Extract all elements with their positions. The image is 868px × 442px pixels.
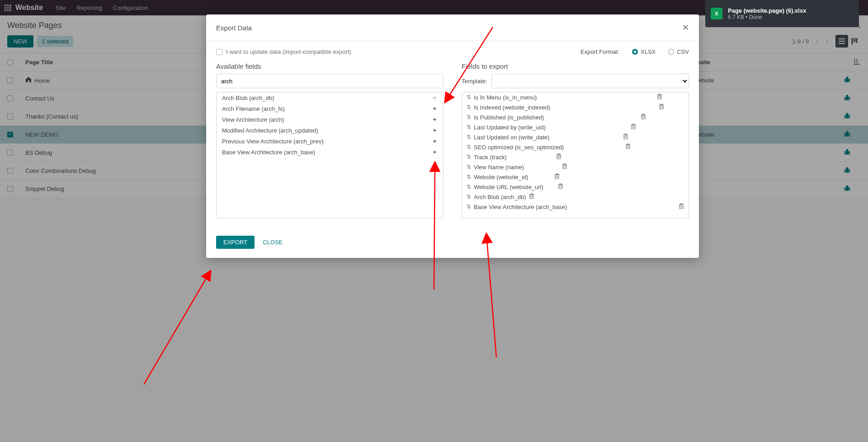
remove-field-icon[interactable] [556, 153, 561, 161]
add-field-icon[interactable]: ＋ [432, 115, 438, 124]
field-label: Last Updated on (write_date) [474, 134, 550, 141]
field-label: Arch Blob (arch_db) [222, 95, 274, 101]
remove-field-icon[interactable] [529, 193, 534, 200]
svg-rect-132 [531, 194, 533, 195]
available-field-item[interactable]: Arch Blob (arch_db)＋ [217, 92, 443, 103]
drag-handle-icon[interactable]: ⇅ [467, 134, 471, 140]
export-field-item[interactable]: ⇅Last Updated by (write_uid) [462, 122, 689, 132]
export-field-item[interactable]: ⇅Website URL (website_url) [462, 182, 689, 192]
add-field-icon[interactable]: ＋ [432, 94, 438, 102]
available-field-item[interactable]: Base View Architecture (arch_base)＋ [217, 147, 443, 157]
drag-handle-icon[interactable]: ⇅ [467, 164, 471, 170]
drag-handle-icon[interactable]: ⇅ [467, 144, 471, 150]
svg-rect-88 [642, 115, 645, 119]
field-label: SEO optimized (is_seo_optimized) [474, 144, 564, 151]
remove-field-icon[interactable] [558, 183, 563, 190]
export-field-item[interactable]: ⇅Arch Blob (arch_db) [462, 192, 689, 202]
format-csv-radio[interactable]: CSV [668, 48, 689, 55]
remove-field-icon[interactable] [631, 124, 636, 131]
svg-rect-117 [564, 164, 566, 165]
template-select[interactable] [491, 74, 689, 88]
available-field-item[interactable]: Previous View Architecture (arch_prev)＋ [217, 136, 443, 147]
svg-rect-113 [563, 165, 566, 169]
export-fields-list: ⇅Is In Menu (is_in_menu)⇅Is Indexed (web… [462, 92, 689, 219]
available-fields-title: Available fields [216, 62, 443, 70]
field-label: Arch Blob (arch_db) [474, 194, 526, 200]
drag-handle-icon[interactable]: ⇅ [467, 184, 471, 190]
fields-filter-input[interactable] [216, 74, 443, 88]
field-label: Base View Architecture (arch_base) [222, 149, 315, 156]
svg-rect-98 [624, 135, 627, 139]
dialog-title: Export Data [216, 24, 252, 32]
download-filename: Page (website.page) (6).xlsx [728, 7, 806, 14]
svg-rect-92 [642, 114, 644, 115]
svg-rect-128 [530, 195, 533, 199]
remove-field-icon[interactable] [562, 163, 567, 171]
svg-rect-133 [679, 204, 683, 209]
drag-handle-icon[interactable]: ⇅ [467, 94, 471, 100]
svg-rect-127 [560, 184, 561, 185]
svg-rect-93 [632, 125, 635, 129]
field-label: View Name (name) [474, 164, 524, 171]
field-label: Previous View Architecture (arch_prev) [222, 138, 323, 145]
available-fields-list: Arch Blob (arch_db)＋Arch Filename (arch_… [216, 92, 443, 219]
field-label: Arch Filename (arch_fs) [222, 105, 285, 112]
svg-rect-102 [625, 134, 627, 135]
radio-checked-icon [632, 49, 638, 55]
remove-field-icon[interactable] [625, 143, 631, 151]
drag-handle-icon[interactable]: ⇅ [467, 124, 471, 130]
export-format-label: Export Format: [580, 48, 619, 55]
add-field-icon[interactable]: ＋ [432, 105, 438, 113]
svg-rect-97 [632, 124, 634, 125]
add-field-icon[interactable]: ＋ [432, 126, 438, 134]
export-field-item[interactable]: ⇅Track (track) [462, 152, 689, 162]
export-field-item[interactable]: ⇅Is In Menu (is_in_menu) [462, 92, 689, 102]
remove-field-icon[interactable] [641, 114, 646, 121]
import-compat-checkbox[interactable]: I want to update data (import-compatible… [216, 48, 351, 55]
available-field-item[interactable]: Modified Architecture (arch_updated)＋ [217, 125, 443, 136]
field-label: Website URL (website_url) [474, 184, 543, 190]
export-field-item[interactable]: ⇅Base View Architecture (arch_base) [462, 202, 689, 212]
field-label: Track (track) [474, 154, 506, 161]
drag-handle-icon[interactable]: ⇅ [467, 154, 471, 160]
field-label: Last Updated by (write_uid) [474, 124, 546, 131]
export-field-item[interactable]: ⇅SEO optimized (is_seo_optimized) [462, 142, 689, 152]
checkbox-icon [216, 49, 222, 55]
remove-field-icon[interactable] [623, 133, 628, 141]
drag-handle-icon[interactable]: ⇅ [467, 114, 471, 120]
svg-rect-107 [627, 144, 629, 145]
field-label: Is Indexed (website_indexed) [474, 104, 550, 111]
export-fields-title: Fields to export [462, 62, 689, 70]
format-xlsx-radio[interactable]: XLSX [632, 48, 656, 55]
export-field-item[interactable]: ⇅View Name (name) [462, 162, 689, 172]
drag-handle-icon[interactable]: ⇅ [467, 204, 471, 210]
svg-rect-87 [660, 104, 662, 105]
svg-rect-78 [658, 95, 661, 99]
svg-rect-122 [556, 174, 558, 175]
download-toast[interactable]: X Page (website.page) (6).xlsx 6.7 KB • … [705, 0, 859, 27]
export-field-item[interactable]: ⇅Is Indexed (website_indexed) [462, 102, 689, 112]
remove-field-icon[interactable] [659, 104, 664, 111]
drag-handle-icon[interactable]: ⇅ [467, 104, 471, 110]
remove-field-icon[interactable] [679, 203, 684, 210]
svg-rect-108 [557, 155, 561, 159]
drag-handle-icon[interactable]: ⇅ [467, 174, 471, 180]
field-label: Is In Menu (is_in_menu) [474, 94, 537, 101]
export-button[interactable]: EXPORT [216, 236, 255, 249]
xlsx-file-icon: X [711, 8, 722, 19]
export-field-item[interactable]: ⇅Is Published (is_published) [462, 112, 689, 122]
drag-handle-icon[interactable]: ⇅ [467, 194, 471, 200]
remove-field-icon[interactable] [657, 94, 662, 101]
close-icon[interactable]: ✕ [682, 23, 689, 33]
remove-field-icon[interactable] [554, 173, 560, 181]
available-field-item[interactable]: View Architecture (arch)＋ [217, 114, 443, 125]
available-field-item[interactable]: Arch Filename (arch_fs)＋ [217, 103, 443, 114]
add-field-icon[interactable]: ＋ [432, 137, 438, 145]
export-field-item[interactable]: ⇅Website (website_id) [462, 172, 689, 182]
close-button[interactable]: CLOSE [263, 239, 283, 246]
add-field-icon[interactable]: ＋ [432, 148, 438, 156]
export-dialog: Export Data ✕ I want to update data (imp… [206, 14, 699, 258]
export-field-item[interactable]: ⇅Last Updated on (write_date) [462, 132, 689, 142]
field-label: Is Published (is_published) [474, 114, 544, 121]
svg-rect-112 [558, 154, 560, 155]
